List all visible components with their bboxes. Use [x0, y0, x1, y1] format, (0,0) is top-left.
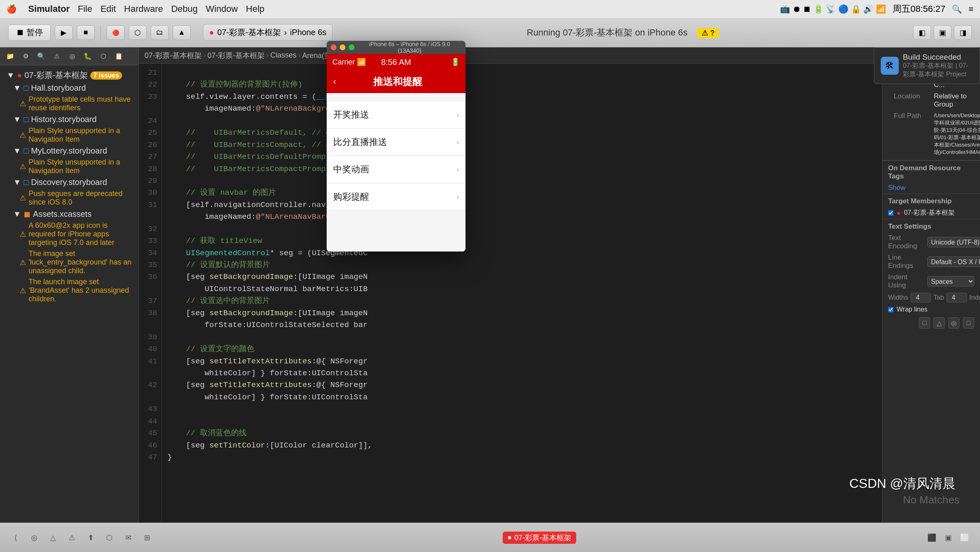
- breadcrumb-part2[interactable]: 07-彩票-基本框架: [207, 51, 265, 60]
- scheme-button[interactable]: 🗂: [151, 25, 169, 40]
- nav-source-icon[interactable]: ⚙: [20, 51, 32, 62]
- nav-assets-warning1[interactable]: ⚠ A 60x60@2x app icon is required for iP…: [0, 220, 138, 248]
- menubar-hardware[interactable]: Hardware: [124, 4, 163, 14]
- bottom-share-icon[interactable]: ⬆: [83, 532, 98, 544]
- nav-history-storyboard[interactable]: ▼ □ History.storyboard: [0, 114, 138, 125]
- nav-assets-warning3[interactable]: ⚠ The launch image set 'BrandAsset' has …: [0, 276, 138, 305]
- indent-label2: Indent: [969, 294, 980, 301]
- xcode-toolbar: ⏹ 暂停 ▶ ■ 🔴 ⬡ 🗂 ▲ ● 07-彩票-基本框架 › iPhone 6…: [0, 18, 980, 47]
- action-btn-2[interactable]: △: [933, 317, 945, 329]
- breadcrumb-part1[interactable]: 07-彩票-基本框架: [145, 51, 202, 60]
- fullpath-value: /Users/sen/Desktop/第13周黑马iOS学科就业班/02UI进阶…: [934, 112, 980, 156]
- mylottery-arrow: ▼: [13, 146, 21, 156]
- project-dot: ●: [17, 71, 22, 80]
- bottom-left-icon[interactable]: ⟨: [8, 532, 23, 544]
- nav-debug-icon[interactable]: 🐛: [82, 51, 94, 62]
- menubar-icons: 📺 ⏺ ⏹ 🔋 📡 🔵 🔒 🔊 📶: [780, 4, 886, 14]
- target-name: 07-彩票-基本框架: [904, 209, 955, 217]
- bottom-nav-icon[interactable]: ◎: [27, 532, 42, 544]
- bottom-grid-icon[interactable]: ⊞: [140, 532, 154, 544]
- bottom-bookmark-icon[interactable]: ⬡: [102, 532, 117, 544]
- sim-back-button[interactable]: ‹: [333, 76, 336, 87]
- sim-row-2[interactable]: 比分直播推送 ›: [327, 129, 466, 156]
- tab-width-input[interactable]: [911, 293, 931, 303]
- play-button[interactable]: ▶: [55, 25, 73, 40]
- navigator-toggle[interactable]: ◧: [913, 25, 931, 40]
- nav-discovery-warning[interactable]: ⚠ Push segues are deprecated since iOS 8…: [0, 188, 138, 208]
- nav-mylottery-warning[interactable]: ⚠ Plain Style unsupported in a Navigatio…: [0, 157, 138, 176]
- action-btn-1[interactable]: □: [919, 317, 930, 329]
- bottom-warning-icon[interactable]: ⚠: [65, 532, 79, 544]
- stop-square-button[interactable]: ■: [77, 25, 95, 40]
- nav-report-icon[interactable]: 📋: [113, 51, 125, 62]
- target-checkbox[interactable]: [888, 210, 893, 216]
- location-label: Location: [894, 92, 931, 100]
- inspector-toggle[interactable]: ◨: [954, 25, 972, 40]
- indent-width-input[interactable]: [947, 293, 967, 303]
- project-info[interactable]: ● 07-彩票-基本框架 › iPhone 6s: [203, 24, 332, 41]
- nav-project-root[interactable]: ▼ ● 07-彩票-基本框架 7 issues: [0, 69, 138, 82]
- menubar-window[interactable]: Window: [206, 4, 238, 14]
- nav-assets-warning2[interactable]: ⚠ The image set 'luck_entry_background' …: [0, 248, 138, 276]
- discovery-arrow: ▼: [13, 178, 21, 187]
- menubar-file[interactable]: File: [78, 4, 92, 14]
- stop-label: 暂停: [27, 27, 43, 38]
- action-btn-3[interactable]: ◎: [948, 317, 960, 329]
- nav-assets-label: Assets.xcassets: [33, 209, 91, 219]
- menubar-simulator[interactable]: Simulator: [28, 4, 69, 14]
- debug-toggle[interactable]: ▣: [933, 25, 951, 40]
- bottom-view-btn-2[interactable]: ▣: [941, 532, 956, 544]
- nav-search-icon[interactable]: 🔍: [35, 51, 47, 62]
- nav-folder-icon[interactable]: 📁: [4, 51, 16, 62]
- nav-discovery-label: Discovery.storyboard: [31, 178, 107, 187]
- apple-menu[interactable]: 🍎: [7, 4, 17, 14]
- sim-minimize-btn[interactable]: [340, 45, 345, 50]
- stop-button[interactable]: ⏹ 暂停: [8, 24, 51, 41]
- encoding-field: Text Encoding Unicode (UTF-8): [882, 232, 980, 252]
- sim-row-1[interactable]: 开奖推送 ›: [327, 101, 466, 129]
- encoding-select[interactable]: Unicode (UTF-8): [927, 237, 980, 247]
- code-lines[interactable]: // 设置控制器的背景图片(拉伸) self.view.layer.conten…: [162, 64, 882, 523]
- sim-row-4[interactable]: 购彩提醒 ›: [327, 183, 466, 211]
- breakpoint-button[interactable]: ⬡: [129, 25, 147, 40]
- indent-select[interactable]: Spaces: [927, 276, 974, 287]
- nav-discovery-warning-text: Push segues are deprecated since iOS 8.0: [29, 189, 135, 207]
- mylottery-storyboard-icon: □: [24, 146, 29, 156]
- nav-history-warning[interactable]: ⚠ Plain Style unsupported in a Navigatio…: [0, 125, 138, 145]
- left-panel: 📁 ⚙ 🔍 ⚠ ◎ 🐛 ⬡ 📋 ▼ ● 07-彩票-基本框架 7 issues …: [0, 47, 139, 523]
- sim-close-btn[interactable]: [331, 45, 336, 50]
- bottom-view-btn-3[interactable]: ⬜: [957, 532, 972, 544]
- wrap-checkbox[interactable]: [888, 307, 893, 312]
- show-button[interactable]: Show: [888, 184, 974, 192]
- nav-breakpoint-icon[interactable]: ⬡: [97, 51, 109, 62]
- warning-triangle-icon4: ⚠: [20, 194, 26, 203]
- nav-test-icon[interactable]: ◎: [66, 51, 78, 62]
- device-name: iPhone 6s: [290, 28, 326, 37]
- nav-hall-warning[interactable]: ⚠ Prototype table cells must have reuse …: [0, 94, 138, 114]
- bottom-add-icon[interactable]: ✉: [121, 532, 136, 544]
- menubar-search[interactable]: 🔍: [952, 4, 962, 14]
- menubar: 🍎 Simulator File Edit Hardware Debug Win…: [0, 0, 980, 18]
- nav-assets[interactable]: ▼ ◼ Assets.xcassets: [0, 208, 138, 220]
- menubar-control[interactable]: ≡: [969, 4, 973, 14]
- nav-discovery-storyboard[interactable]: ▼ □ Discovery.storyboard: [0, 176, 138, 188]
- menubar-debug[interactable]: Debug: [171, 4, 198, 14]
- action-btn-4[interactable]: □: [963, 317, 974, 329]
- widths-row: Widths Tab Indent: [882, 291, 980, 304]
- address-sanitizer-button[interactable]: 🔴: [107, 25, 125, 40]
- bottom-forward-icon[interactable]: △: [46, 532, 60, 544]
- sim-row-3[interactable]: 中奖动画 ›: [327, 156, 466, 183]
- nav-warning-icon[interactable]: ⚠: [51, 51, 63, 62]
- nav-mylottery-storyboard[interactable]: ▼ □ MyLottery.storyboard: [0, 145, 138, 157]
- nav-hall-storyboard[interactable]: ▼ □ Hall.storyboard: [0, 82, 138, 94]
- storyboard-icon: □: [24, 83, 29, 93]
- build-button[interactable]: ▲: [173, 25, 191, 40]
- project-name: 07-彩票-基本框架: [217, 27, 281, 38]
- sim-maximize-btn[interactable]: [349, 45, 354, 50]
- endings-select[interactable]: Default - OS X / Unix (LF): [927, 256, 980, 267]
- breadcrumb-part3[interactable]: Classes: [270, 51, 296, 60]
- menubar-edit[interactable]: Edit: [100, 4, 116, 14]
- menubar-help[interactable]: Help: [246, 4, 264, 14]
- bottom-view-btn-1[interactable]: ⬛: [924, 532, 939, 544]
- target-checkbox-row: ● 07-彩票-基本框架: [882, 207, 980, 219]
